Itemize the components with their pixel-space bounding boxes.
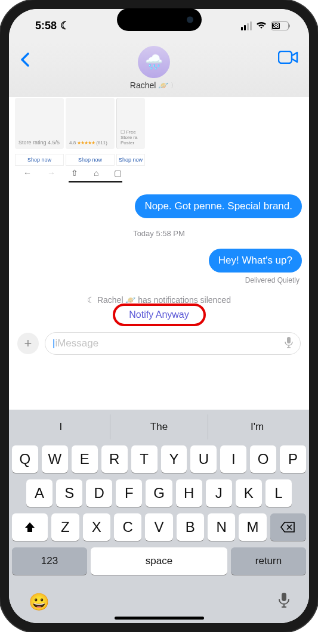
forward-arrow-icon: → xyxy=(47,168,55,178)
key-f[interactable]: F xyxy=(116,479,142,507)
home-indicator[interactable] xyxy=(115,617,204,620)
outgoing-message[interactable]: Hey! What's up? xyxy=(209,249,302,273)
key-y[interactable]: Y xyxy=(161,445,187,473)
facetime-button[interactable] xyxy=(278,46,298,66)
key-l[interactable]: L xyxy=(265,479,292,507)
key-x[interactable]: X xyxy=(83,513,110,541)
key-r[interactable]: R xyxy=(101,445,128,473)
key-u[interactable]: U xyxy=(190,445,217,473)
focus-moon-icon: ☾ xyxy=(60,19,70,32)
tabs-icon: ▢ xyxy=(114,168,122,178)
wifi-icon xyxy=(256,20,267,32)
shop-now-link[interactable]: Shop now xyxy=(15,154,64,166)
battery-icon: 38 xyxy=(271,21,289,30)
key-w[interactable]: W xyxy=(42,445,68,473)
delete-key[interactable] xyxy=(270,513,306,541)
shop-now-link[interactable]: Shop now xyxy=(66,154,115,166)
contact-info[interactable]: 🌧️ Rachel 🪐 〉 xyxy=(130,46,177,90)
emoji-button[interactable]: 😀 xyxy=(29,592,50,612)
prediction[interactable]: The xyxy=(110,414,209,439)
key-t[interactable]: T xyxy=(131,445,158,473)
key-k[interactable]: K xyxy=(236,479,262,507)
annotation-highlight xyxy=(113,304,206,326)
key-h[interactable]: H xyxy=(176,479,202,507)
contact-name-label: Rachel 🪐 xyxy=(130,80,168,90)
timestamp: Today 5:58 PM xyxy=(9,229,309,238)
svg-rect-1 xyxy=(287,337,291,343)
space-key[interactable]: space xyxy=(91,547,227,575)
prediction[interactable]: I'm xyxy=(208,414,306,439)
key-m[interactable]: M xyxy=(239,513,266,541)
return-key[interactable]: return xyxy=(231,547,306,575)
avatar: 🌧️ xyxy=(138,46,170,78)
shift-key[interactable] xyxy=(12,513,48,541)
key-s[interactable]: S xyxy=(56,479,82,507)
outgoing-message[interactable]: Nope. Got penne. Special brand. xyxy=(135,194,302,218)
key-e[interactable]: E xyxy=(72,445,98,473)
message-thread[interactable]: Store rating 4.5/5 4.8 ★★★★★ (611) ☐ Fre… xyxy=(9,97,309,410)
message-input[interactable]: |iMessage xyxy=(45,332,301,355)
key-a[interactable]: A xyxy=(26,479,53,507)
key-b[interactable]: B xyxy=(177,513,204,541)
stars-icon: ★★★★★ xyxy=(77,140,95,145)
key-q[interactable]: Q xyxy=(12,445,38,473)
key-n[interactable]: N xyxy=(208,513,235,541)
numbers-key[interactable]: 123 xyxy=(12,547,87,575)
shop-now-link[interactable]: Shop now xyxy=(116,154,145,166)
key-d[interactable]: D xyxy=(86,479,112,507)
key-c[interactable]: C xyxy=(114,513,141,541)
add-attachment-button[interactable]: + xyxy=(17,333,39,354)
message-input-bar: + |iMessage xyxy=(9,329,309,361)
delivery-status: Delivered Quietly xyxy=(18,276,300,284)
conversation-header: 🌧️ Rachel 🪐 〉 xyxy=(9,42,309,97)
key-p[interactable]: P xyxy=(280,445,306,473)
back-button[interactable] xyxy=(20,46,29,72)
home-icon: ⌂ xyxy=(94,168,98,178)
svg-rect-0 xyxy=(279,51,292,63)
dictation-button[interactable] xyxy=(279,592,289,612)
chevron-right-icon: 〉 xyxy=(171,81,177,90)
status-time: 5:58 xyxy=(35,20,57,32)
cellular-signal-icon xyxy=(241,21,252,30)
svg-rect-2 xyxy=(282,593,286,601)
browser-toolbar: ← → ⇧ ⌂ ▢ xyxy=(15,166,309,180)
key-v[interactable]: V xyxy=(145,513,172,541)
key-g[interactable]: G xyxy=(146,479,172,507)
key-z[interactable]: Z xyxy=(51,513,79,541)
key-o[interactable]: O xyxy=(250,445,276,473)
moon-icon: ☾ xyxy=(87,295,95,305)
dictation-icon[interactable] xyxy=(285,336,293,351)
key-j[interactable]: J xyxy=(206,479,232,507)
prediction[interactable]: I xyxy=(12,414,110,439)
share-icon: ⇧ xyxy=(71,168,78,178)
link-preview[interactable]: Store rating 4.5/5 4.8 ★★★★★ (611) ☐ Fre… xyxy=(15,98,303,149)
preview-rating: Store rating 4.5/5 xyxy=(18,140,60,145)
back-arrow-icon: ← xyxy=(23,168,32,178)
keyboard: I The I'm Q W E R T Y U I O P A S D F xyxy=(9,410,309,623)
dynamic-island xyxy=(117,8,202,31)
key-i[interactable]: I xyxy=(220,445,246,473)
